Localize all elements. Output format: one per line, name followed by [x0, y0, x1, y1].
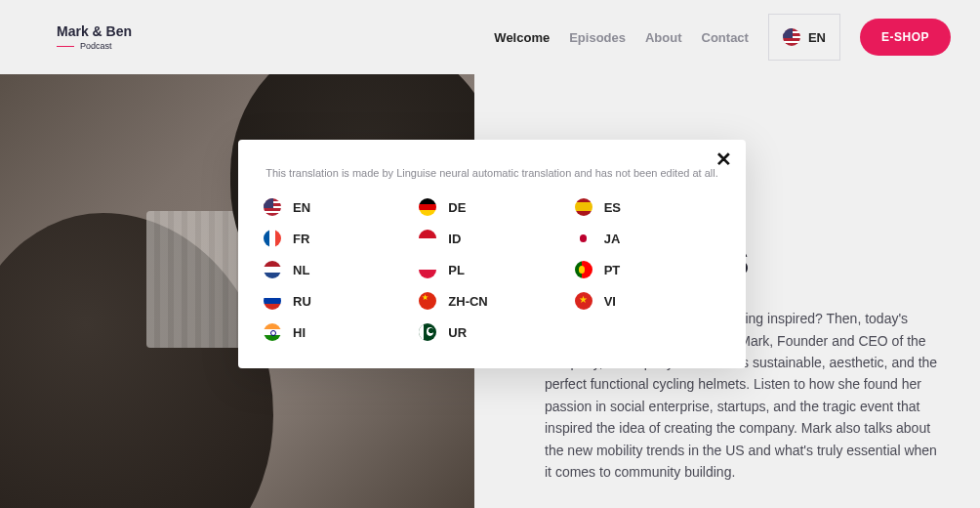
nav-contact[interactable]: Contact: [702, 30, 749, 45]
language-switcher-button[interactable]: EN: [768, 14, 840, 61]
logo-main: Mark & Ben: [57, 23, 132, 39]
language-option-ur[interactable]: UR: [419, 323, 564, 341]
language-option-ru[interactable]: RU: [264, 292, 409, 310]
close-icon[interactable]: ✕: [715, 149, 732, 169]
language-option-pl[interactable]: PL: [419, 261, 564, 278]
fr-flag-icon: [264, 230, 281, 247]
language-option-de[interactable]: DE: [419, 198, 564, 216]
logo-line-icon: [57, 46, 74, 47]
language-code-label: HI: [293, 325, 306, 340]
language-code-label: ZH-CN: [448, 294, 487, 309]
language-option-hi[interactable]: HI: [264, 323, 409, 341]
language-code-label: FR: [293, 232, 309, 246]
language-option-id[interactable]: ID: [419, 230, 564, 247]
language-code: EN: [808, 30, 826, 45]
logo-sub: Podcast: [80, 41, 112, 51]
language-code-label: RU: [293, 294, 311, 309]
logo-sub-row: Podcast: [57, 41, 132, 51]
nav-episodes[interactable]: Episodes: [569, 30, 626, 45]
nav-welcome[interactable]: Welcome: [494, 30, 550, 45]
zh-flag-icon: [419, 292, 436, 310]
header: Mark & Ben Podcast Welcome Episodes Abou…: [0, 0, 980, 74]
language-code-label: PL: [448, 263, 465, 277]
language-option-fr[interactable]: FR: [264, 230, 409, 247]
language-code-label: UR: [448, 325, 467, 340]
ur-flag-icon: [419, 323, 436, 341]
vi-flag-icon: [575, 292, 592, 310]
language-option-pt[interactable]: PT: [575, 261, 720, 278]
language-code-label: VI: [604, 294, 616, 309]
nl-flag-icon: [264, 261, 281, 278]
language-grid: ENDEESFRIDJANLPLPTRUZH-CNVIHIUR: [264, 198, 720, 341]
language-option-es[interactable]: ES: [575, 198, 720, 216]
de-flag-icon: [419, 198, 436, 216]
language-option-ja[interactable]: JA: [575, 230, 720, 247]
pl-flag-icon: [419, 261, 436, 278]
language-code-label: JA: [604, 232, 621, 246]
logo[interactable]: Mark & Ben Podcast: [57, 23, 132, 51]
eshop-button[interactable]: E-SHOP: [860, 19, 951, 56]
hi-flag-icon: [264, 323, 281, 341]
language-code-label: ID: [448, 232, 461, 246]
modal-caption: This translation is made by Linguise neu…: [264, 167, 720, 179]
id-flag-icon: [419, 230, 436, 247]
language-code-label: EN: [293, 200, 310, 215]
language-option-vi[interactable]: VI: [575, 292, 720, 310]
es-flag-icon: [575, 198, 592, 216]
nav-about[interactable]: About: [645, 30, 682, 45]
language-option-nl[interactable]: NL: [264, 261, 409, 278]
language-option-en[interactable]: EN: [264, 198, 409, 216]
us-flag-icon: [783, 28, 800, 46]
nav: Welcome Episodes About Contact EN E-SHOP: [494, 14, 951, 61]
language-option-zh[interactable]: ZH-CN: [419, 292, 564, 310]
language-code-label: PT: [604, 263, 621, 277]
language-code-label: ES: [604, 200, 621, 215]
language-code-label: DE: [448, 200, 466, 215]
language-modal: ✕ This translation is made by Linguise n…: [238, 140, 746, 368]
ja-flag-icon: [575, 230, 592, 247]
language-code-label: NL: [293, 263, 309, 277]
en-flag-icon: [264, 198, 281, 216]
ru-flag-icon: [264, 292, 281, 310]
pt-flag-icon: [575, 261, 592, 278]
